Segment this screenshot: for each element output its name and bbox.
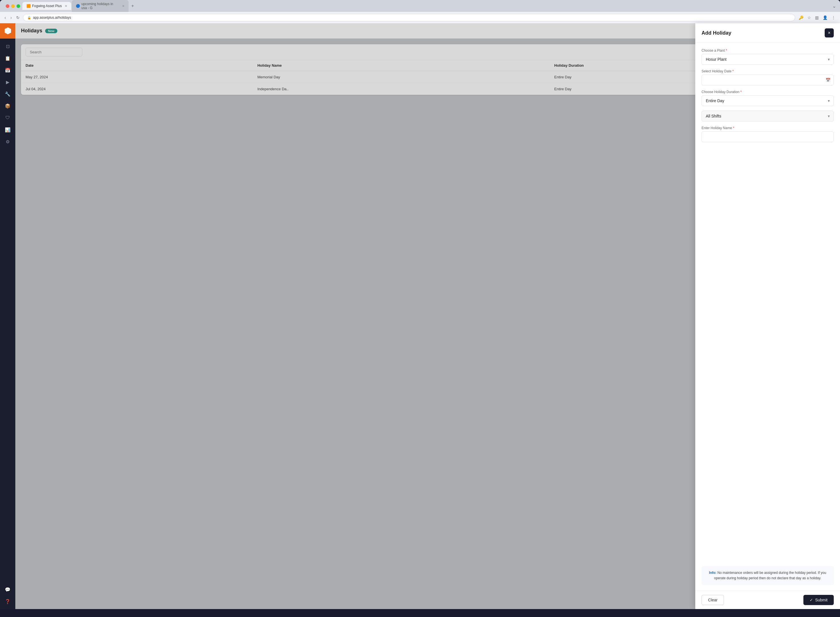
sidebar-item-shield[interactable]: 🛡 — [2, 112, 13, 123]
address-text: app.assetplus.ai/holidays — [33, 16, 71, 19]
app-container: 📦 ⊡ 📋 📅 ▶ 🔧 📦 — [0, 23, 840, 609]
date-form-group: Select Holiday Date * Sep 02 2024 — [701, 69, 834, 86]
split-view-icon[interactable]: ▥ — [814, 14, 820, 21]
add-holiday-panel: Add Holiday × Choose a Plant * Hosur Pla… — [695, 23, 840, 609]
plant-form-group: Choose a Plant * Hosur Plant — [701, 49, 834, 65]
tab-fogwing[interactable]: 🟧 Fogwing Asset Plus ✕ — [22, 2, 71, 10]
settings-icon: ⚙ — [6, 139, 10, 145]
tab-close-google[interactable]: ✕ — [122, 4, 125, 8]
window-controls — [6, 4, 20, 8]
tab-close-fogwing[interactable]: ✕ — [65, 4, 67, 8]
play-icon: ▶ — [6, 80, 9, 85]
date-input-wrapper: Sep 02 2024 — [701, 75, 834, 86]
shifts-form-group: All ShiftsMorning ShiftEvening Shift — [701, 111, 834, 121]
toolbar-actions: 🔑 ☆ ▥ 👤 ⋮ — [797, 14, 837, 21]
submit-check-icon: ✓ — [810, 598, 813, 602]
sidebar-bottom: 💬 ❓ — [2, 582, 13, 609]
plant-select-wrapper: Hosur Plant — [701, 54, 834, 65]
maximize-window-button[interactable] — [16, 4, 20, 8]
panel-footer: Clear ✓ Submit — [695, 590, 840, 609]
plant-select[interactable]: Hosur Plant — [701, 54, 834, 65]
sidebar-item-settings[interactable]: ⚙ — [2, 136, 13, 147]
panel-body: Choose a Plant * Hosur Plant Select Holi… — [695, 43, 840, 590]
chat-icon: 💬 — [5, 587, 10, 592]
tab-menu-button[interactable]: ⌄ — [831, 2, 837, 10]
info-box: Info: No maintenance orders will be assi… — [701, 566, 834, 585]
shifts-select-wrapper: All ShiftsMorning ShiftEvening Shift — [701, 111, 834, 121]
close-window-button[interactable] — [6, 4, 9, 8]
info-text: No maintenance orders will be assigned d… — [714, 571, 826, 580]
shifts-select[interactable]: All ShiftsMorning ShiftEvening Shift — [701, 111, 834, 121]
duration-select[interactable]: Entire DayHalf Day — [701, 95, 834, 106]
reload-button[interactable]: ↻ — [15, 14, 21, 21]
packages-icon: 📦 — [5, 103, 10, 109]
duration-form-group: Choose Holiday Duration * Entire DayHalf… — [701, 90, 834, 106]
clear-button[interactable]: Clear — [701, 595, 724, 605]
lock-icon: 🔒 — [27, 16, 31, 19]
info-label: Info: — [709, 571, 716, 575]
panel-close-button[interactable]: × — [825, 28, 834, 37]
profile-icon[interactable]: 👤 — [822, 14, 829, 21]
duration-select-wrapper: Entire DayHalf Day — [701, 95, 834, 106]
help-icon: ❓ — [5, 599, 10, 604]
tab-title-fogwing: Fogwing Asset Plus — [32, 4, 62, 8]
sidebar-item-assets[interactable]: 📋 — [2, 53, 13, 63]
submit-button[interactable]: ✓ Submit — [803, 595, 834, 605]
address-bar[interactable]: 🔒 app.assetplus.ai/holidays — [23, 14, 795, 21]
assets-icon: 📋 — [5, 56, 10, 61]
calendar-icon: 📅 — [5, 68, 10, 73]
minimize-window-button[interactable] — [11, 4, 15, 8]
sidebar-item-tools[interactable]: 🔧 — [2, 89, 13, 99]
sidebar-item-play[interactable]: ▶ — [2, 77, 13, 87]
logo-icon: 📦 — [4, 27, 12, 35]
browser-toolbar: ‹ › ↻ 🔒 app.assetplus.ai/holidays 🔑 ☆ ▥ … — [0, 12, 840, 23]
duration-label: Choose Holiday Duration * — [701, 90, 834, 94]
panel-header: Add Holiday × — [695, 23, 840, 43]
date-label: Select Holiday Date * — [701, 69, 834, 73]
main-content: Holidays New ABC MAINTENANCE SERV Date H… — [15, 23, 840, 609]
tab-bar: 🟧 Fogwing Asset Plus ✕ 🔵 upcoming holida… — [0, 0, 840, 12]
tab-title-google: upcoming holidays in usa - G — [81, 2, 119, 10]
shield-icon: 🛡 — [5, 115, 10, 120]
sidebar: 📦 ⊡ 📋 📅 ▶ 🔧 📦 — [0, 23, 15, 609]
date-required: * — [732, 69, 734, 73]
holiday-name-required: * — [733, 126, 734, 130]
tools-icon: 🔧 — [5, 92, 10, 97]
tab-favicon-google: 🔵 — [76, 4, 80, 8]
sidebar-item-dashboard[interactable]: ⊡ — [2, 41, 13, 52]
sidebar-nav: ⊡ 📋 📅 ▶ 🔧 📦 🛡 — [0, 38, 15, 582]
new-tab-button[interactable]: + — [129, 2, 136, 10]
sidebar-item-chart[interactable]: 📊 — [2, 124, 13, 135]
sidebar-item-chat[interactable]: 💬 — [2, 584, 13, 595]
sidebar-item-help[interactable]: ❓ — [2, 596, 13, 607]
sidebar-logo[interactable]: 📦 — [0, 23, 15, 38]
password-icon[interactable]: 🔑 — [797, 14, 805, 21]
more-menu-icon[interactable]: ⋮ — [830, 14, 837, 21]
dashboard-icon: ⊡ — [6, 44, 10, 49]
holiday-name-label: Enter Holiday Name * — [701, 126, 834, 130]
duration-required: * — [740, 90, 742, 94]
tab-google[interactable]: 🔵 upcoming holidays in usa - G ✕ — [72, 0, 128, 12]
plant-label: Choose a Plant * — [701, 49, 834, 53]
forward-button[interactable]: › — [9, 14, 13, 21]
bookmark-icon[interactable]: ☆ — [806, 14, 812, 21]
back-button[interactable]: ‹ — [3, 14, 7, 21]
holiday-name-input[interactable]: Labor Day — [701, 131, 834, 142]
sidebar-item-calendar[interactable]: 📅 — [2, 65, 13, 75]
chart-icon: 📊 — [5, 127, 10, 133]
submit-label: Submit — [815, 598, 828, 602]
panel-title: Add Holiday — [701, 30, 731, 36]
plant-required: * — [726, 49, 727, 53]
holiday-name-form-group: Enter Holiday Name * Labor Day — [701, 126, 834, 142]
tab-favicon-fogwing: 🟧 — [27, 4, 30, 8]
sidebar-item-packages[interactable]: 📦 — [2, 100, 13, 111]
date-input[interactable]: Sep 02 2024 — [701, 75, 834, 86]
